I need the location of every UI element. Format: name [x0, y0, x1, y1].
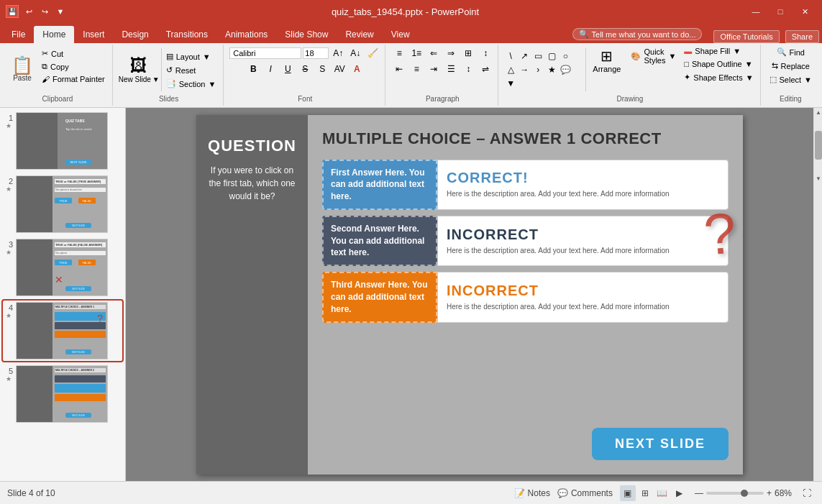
shape-outline-btn[interactable]: □ Shape Outline ▼ — [682, 59, 755, 69]
paste-btn[interactable]: 📋 Paste — [7, 46, 37, 93]
align-center-btn[interactable]: ≡ — [408, 62, 424, 76]
tab-review[interactable]: Review — [337, 26, 382, 43]
minimize-btn[interactable]: — — [744, 4, 767, 19]
layout-btn[interactable]: ▤ Layout ▼ — [163, 50, 219, 63]
shape-rect[interactable]: ▭ — [531, 50, 544, 63]
share-btn[interactable]: Share — [785, 30, 819, 43]
tab-animations[interactable]: Animations — [216, 26, 276, 43]
shape-callout[interactable]: 💬 — [559, 63, 572, 76]
columns-btn[interactable]: ⊞ — [460, 46, 476, 60]
comments-btn[interactable]: 💬 Comments — [557, 488, 613, 498]
select-chevron: ▼ — [804, 75, 812, 84]
redo-btn[interactable]: ↪ — [39, 6, 50, 17]
clear-format-btn[interactable]: 🧹 — [365, 46, 380, 60]
convert-to-smart-btn[interactable]: ⇌ — [478, 62, 493, 76]
strikethrough-btn[interactable]: S — [297, 62, 313, 76]
save-icon[interactable]: 💾 — [6, 5, 19, 18]
find-btn[interactable]: 🔍 Find — [774, 46, 808, 58]
shape-line[interactable]: \ — [504, 50, 517, 63]
italic-btn[interactable]: I — [262, 62, 278, 76]
answers-area: First Answer Here. You can add additiona… — [322, 160, 729, 460]
bold-btn[interactable]: B — [245, 62, 261, 76]
slide-thumb-2[interactable]: 2 ★ TRUE or FALSE (TRUE ANSWER) Two opti… — [3, 174, 122, 234]
zoom-slider[interactable] — [706, 492, 764, 495]
tab-insert[interactable]: Insert — [74, 26, 113, 43]
scroll-down-btn[interactable]: ▼ — [814, 174, 822, 183]
normal-view-btn[interactable]: ▣ — [620, 485, 636, 501]
scroll-thumb[interactable] — [815, 131, 822, 160]
increase-indent-btn[interactable]: ⇒ — [443, 46, 459, 60]
font-color-btn[interactable]: A — [349, 62, 365, 76]
select-btn[interactable]: ⬚ Select ▼ — [767, 73, 815, 86]
reset-btn[interactable]: ↺ Reset — [163, 64, 219, 76]
tab-home[interactable]: Home — [34, 26, 74, 43]
customize-btn[interactable]: ▼ — [55, 6, 66, 17]
shape-star[interactable]: ★ — [545, 63, 558, 76]
tab-file[interactable]: File — [3, 26, 34, 43]
shape-effects-chevron: ▼ — [746, 73, 754, 82]
arrange-btn[interactable]: ⊞ Arrange — [588, 46, 625, 75]
font-size-input[interactable] — [303, 47, 329, 59]
scroll-up-btn[interactable]: ▲ — [814, 108, 822, 116]
slide-sorter-btn[interactable]: ⊞ — [637, 485, 653, 501]
align-right-btn[interactable]: ⇥ — [426, 62, 442, 76]
answer-box-3[interactable]: Third Answer Here. You can add additiona… — [322, 272, 437, 322]
zoom-out-btn[interactable]: — — [695, 488, 703, 498]
search-box[interactable]: 🔍 Tell me what you want to do... — [572, 28, 703, 40]
undo-btn[interactable]: ↩ — [23, 6, 35, 17]
shadow-btn[interactable]: S — [314, 62, 330, 76]
slide-thumb-img-2: TRUE or FALSE (TRUE ANSWER) Two options … — [16, 175, 108, 233]
shape-arrow[interactable]: ↗ — [518, 50, 531, 63]
shape-round-rect[interactable]: ▢ — [545, 50, 558, 63]
paragraph-row-1: ≡ 1≡ ⇐ ⇒ ⊞ ↕ — [391, 46, 493, 60]
shape-triangle[interactable]: △ — [504, 63, 517, 76]
copy-btn[interactable]: ⧉ Copy — [39, 60, 108, 73]
maximize-btn[interactable]: □ — [769, 4, 792, 19]
answer-box-2[interactable]: Second Answer Here. You can add addition… — [322, 216, 437, 266]
tab-design[interactable]: Design — [113, 26, 157, 43]
slide-thumb-img-3: TRUE or FALSE (FALSE ANSWER) Two options… — [16, 239, 108, 296]
slide-thumb-3[interactable]: 3 ★ TRUE or FALSE (FALSE ANSWER) Two opt… — [3, 237, 122, 298]
shape-chevron[interactable]: › — [531, 63, 544, 76]
notes-btn[interactable]: 📝 Notes — [514, 488, 550, 498]
answer-box-1[interactable]: First Answer Here. You can add additiona… — [322, 160, 437, 210]
bullets-btn[interactable]: ≡ — [391, 46, 407, 60]
numbering-btn[interactable]: 1≡ — [408, 46, 424, 60]
text-direction-btn[interactable]: ↕ — [478, 46, 493, 60]
font-family-input[interactable] — [229, 47, 301, 59]
shape-right-arrow[interactable]: → — [518, 63, 531, 76]
fit-slide-btn[interactable]: ⛶ — [799, 485, 815, 501]
shape-effects-btn[interactable]: ✦ Shape Effects ▼ — [682, 72, 755, 83]
new-slide-btn[interactable]: 🖼 New Slide ▼ — [119, 55, 160, 83]
replace-btn[interactable]: ⇆ Replace — [769, 60, 813, 72]
slide-thumb-4[interactable]: 4 ★ MULTIPLE CHOICE – ANSWER 1 ? NEXT SL… — [3, 301, 122, 361]
char-spacing-btn[interactable]: AV — [332, 62, 347, 76]
quick-styles-btn[interactable]: 🎨 Quick Styles ▼ — [628, 46, 679, 66]
shape-fill-btn[interactable]: ▬ Shape Fill ▼ — [682, 46, 755, 56]
tab-transitions[interactable]: Transitions — [157, 26, 216, 43]
increase-size-btn[interactable]: A↑ — [330, 46, 346, 60]
section-btn[interactable]: 📑 Section ▼ — [163, 78, 219, 90]
format-painter-btn[interactable]: 🖌 Format Painter — [39, 73, 108, 85]
zoom-in-btn[interactable]: + — [767, 488, 772, 498]
next-slide-btn[interactable]: NEXT SLIDE — [592, 428, 729, 460]
shape-oval[interactable]: ○ — [559, 50, 572, 63]
slide-thumb-5[interactable]: 5 ★ MULTIPLE CHOICE – ANSWER 2 NEXT SLID… — [3, 364, 122, 424]
underline-btn[interactable]: U — [280, 62, 296, 76]
align-left-btn[interactable]: ⇤ — [391, 62, 407, 76]
reading-view-btn[interactable]: 📖 — [654, 485, 670, 501]
decrease-size-btn[interactable]: A↓ — [347, 46, 363, 60]
cut-btn[interactable]: ✂ Cut — [39, 47, 108, 60]
decrease-indent-btn[interactable]: ⇐ — [426, 46, 442, 60]
line-spacing-btn[interactable]: ↕ — [460, 62, 476, 76]
tab-view[interactable]: View — [383, 26, 419, 43]
tab-slideshow[interactable]: Slide Show — [276, 26, 337, 43]
slide-canvas: QUESTION If you were to click on the fir… — [196, 115, 743, 475]
slide-thumb-1[interactable]: 1 ★ QUIZ TABS Tap the tab to reveal NEXT… — [3, 111, 122, 171]
justify-btn[interactable]: ☰ — [443, 62, 459, 76]
search-icon: 🔍 — [579, 29, 589, 39]
office-tutorials-btn[interactable]: Office Tutorials — [713, 30, 779, 43]
close-btn[interactable]: ✕ — [793, 4, 816, 19]
shape-more[interactable]: ▼ — [504, 77, 517, 90]
slideshow-btn[interactable]: ▶ — [672, 485, 688, 501]
